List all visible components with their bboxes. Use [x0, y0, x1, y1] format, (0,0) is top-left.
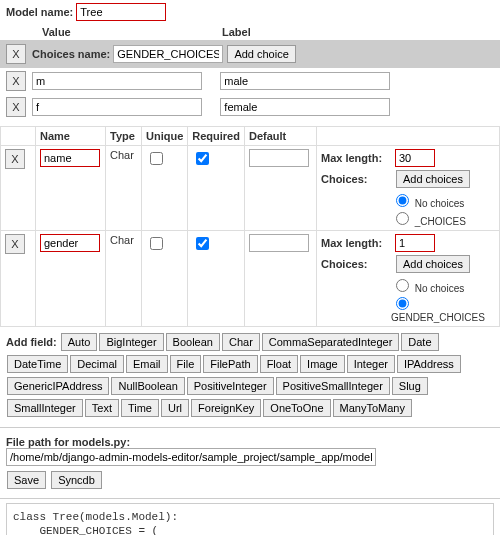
field-row: XCharMax length:Choices:Add choices No c…: [1, 231, 500, 327]
col-name: Name: [36, 127, 106, 146]
filepath-input[interactable]: [6, 448, 376, 466]
choices-name-input[interactable]: [113, 45, 223, 63]
field-unique-checkbox[interactable]: [150, 237, 163, 250]
model-name-row: Model name:: [0, 0, 500, 24]
choices-header-row: X Choices name: Add choice: [0, 40, 500, 68]
fieldtype-image-button[interactable]: Image: [300, 355, 345, 373]
choices-name-label: Choices name:: [32, 48, 110, 60]
col-default: Default: [244, 127, 316, 146]
add-field-section: Add field: AutoBigIntegerBooleanCharComm…: [0, 327, 500, 423]
field-required-checkbox[interactable]: [196, 152, 209, 165]
remove-field-button[interactable]: X: [5, 234, 25, 254]
fieldtype-file-button[interactable]: File: [170, 355, 202, 373]
col-unique: Unique: [142, 127, 188, 146]
field-type-cell: Char: [106, 231, 142, 327]
fields-header-row: Name Type Unique Required Default: [1, 127, 500, 146]
fieldtype-biginteger-button[interactable]: BigInteger: [99, 333, 163, 351]
fieldtype-positiveinteger-button[interactable]: PositiveInteger: [187, 377, 274, 395]
choice-label-input[interactable]: [220, 98, 390, 116]
field-unique-checkbox[interactable]: [150, 152, 163, 165]
remove-choices-button[interactable]: X: [6, 44, 26, 64]
choice-option-radio[interactable]: [396, 194, 409, 207]
fieldtype-foreignkey-button[interactable]: ForeignKey: [191, 399, 261, 417]
remove-field-button[interactable]: X: [5, 149, 25, 169]
col-type: Type: [106, 127, 142, 146]
max-length-input[interactable]: [395, 149, 435, 167]
fieldtype-datetime-button[interactable]: DateTime: [7, 355, 68, 373]
field-name-input[interactable]: [40, 149, 100, 167]
fieldtype-filepath-button[interactable]: FilePath: [203, 355, 257, 373]
choice-value-input[interactable]: [32, 72, 202, 90]
col-required: Required: [188, 127, 245, 146]
value-header: Value: [42, 26, 222, 38]
fieldtype-boolean-button[interactable]: Boolean: [166, 333, 220, 351]
choice-columns-header: Value Label: [0, 24, 500, 40]
add-choices-button[interactable]: Add choices: [396, 170, 470, 188]
choice-row: X: [0, 68, 500, 94]
model-name-label: Model name:: [6, 6, 73, 18]
fieldtype-date-button[interactable]: Date: [401, 333, 438, 351]
fieldtype-smallinteger-button[interactable]: SmallInteger: [7, 399, 83, 417]
fieldtype-auto-button[interactable]: Auto: [61, 333, 98, 351]
max-length-input[interactable]: [395, 234, 435, 252]
remove-choice-button[interactable]: X: [6, 71, 26, 91]
max-length-label: Max length:: [321, 237, 391, 249]
field-default-input[interactable]: [249, 149, 309, 167]
filepath-label: File path for models.py:: [6, 436, 494, 448]
choice-option-radio[interactable]: [396, 297, 409, 310]
choice-option-radio[interactable]: [396, 279, 409, 292]
field-name-input[interactable]: [40, 234, 100, 252]
choices-label: Choices:: [321, 258, 391, 270]
fieldtype-ipaddress-button[interactable]: IPAddress: [397, 355, 461, 373]
choice-value-input[interactable]: [32, 98, 202, 116]
choice-option-radio[interactable]: [396, 212, 409, 225]
fieldtype-text-button[interactable]: Text: [85, 399, 119, 417]
fieldtype-nullboolean-button[interactable]: NullBoolean: [111, 377, 184, 395]
save-button[interactable]: Save: [7, 471, 46, 489]
fieldtype-onetoone-button[interactable]: OneToOne: [263, 399, 330, 417]
fieldtype-url-button[interactable]: Url: [161, 399, 189, 417]
remove-choice-button[interactable]: X: [6, 97, 26, 117]
max-length-label: Max length:: [321, 152, 391, 164]
field-type-cell: Char: [106, 146, 142, 231]
choices-label: Choices:: [321, 173, 391, 185]
fields-table: Name Type Unique Required Default XCharM…: [0, 126, 500, 327]
fieldtype-genericipaddress-button[interactable]: GenericIPAddress: [7, 377, 109, 395]
add-field-label: Add field:: [6, 336, 57, 348]
field-row: XCharMax length:Choices:Add choices No c…: [1, 146, 500, 231]
choice-row: X: [0, 94, 500, 120]
add-choices-button[interactable]: Add choices: [396, 255, 470, 273]
fieldtype-commaseparatedinteger-button[interactable]: CommaSeparatedInteger: [262, 333, 400, 351]
fieldtype-time-button[interactable]: Time: [121, 399, 159, 417]
filepath-section: File path for models.py: Save Syncdb: [0, 432, 500, 494]
fieldtype-slug-button[interactable]: Slug: [392, 377, 428, 395]
model-name-input[interactable]: [76, 3, 166, 21]
label-header: Label: [222, 26, 402, 38]
add-choice-button[interactable]: Add choice: [227, 45, 295, 63]
choice-label-input[interactable]: [220, 72, 390, 90]
fieldtype-decimal-button[interactable]: Decimal: [70, 355, 124, 373]
fieldtype-integer-button[interactable]: Integer: [347, 355, 395, 373]
field-required-checkbox[interactable]: [196, 237, 209, 250]
syncdb-button[interactable]: Syncdb: [51, 471, 102, 489]
fieldtype-char-button[interactable]: Char: [222, 333, 260, 351]
code-preview: class Tree(models.Model): GENDER_CHOICES…: [6, 503, 494, 535]
fieldtype-manytomany-button[interactable]: ManyToMany: [333, 399, 412, 417]
fieldtype-float-button[interactable]: Float: [260, 355, 298, 373]
fieldtype-email-button[interactable]: Email: [126, 355, 168, 373]
field-default-input[interactable]: [249, 234, 309, 252]
fieldtype-positivesmallinteger-button[interactable]: PositiveSmallInteger: [276, 377, 390, 395]
